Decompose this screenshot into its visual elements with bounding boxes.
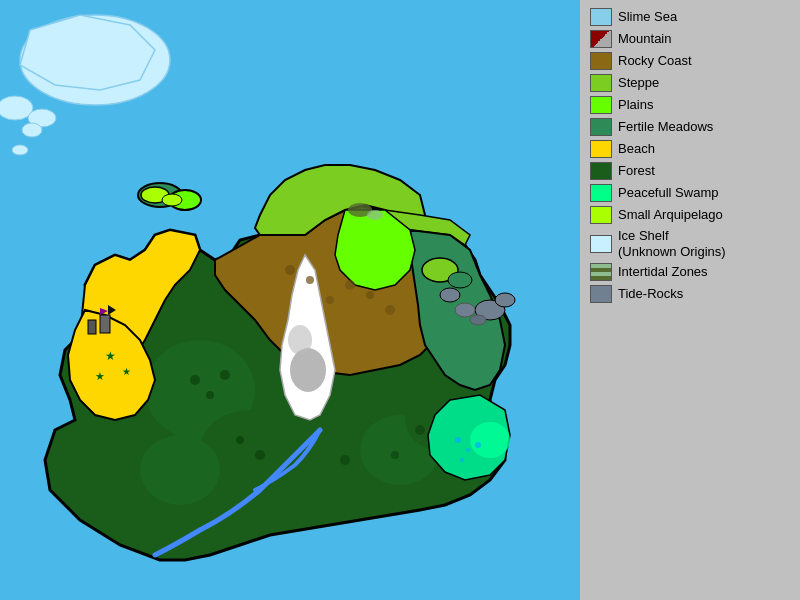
svg-point-46 [345, 280, 355, 290]
legend-label-small-arquipelago: Small Arquipelago [618, 207, 723, 223]
legend-item-mountain: Mountain [590, 30, 790, 48]
svg-point-51 [466, 448, 470, 452]
legend-item-slime-sea: Slime Sea [590, 8, 790, 26]
legend-swatch-steppe [590, 74, 612, 92]
legend-swatch-small-arquipelago [590, 206, 612, 224]
svg-point-40 [255, 450, 265, 460]
legend-item-plains: Plains [590, 96, 790, 114]
svg-point-35 [470, 315, 486, 325]
svg-point-31 [162, 194, 182, 206]
svg-point-47 [366, 291, 374, 299]
svg-text:★: ★ [122, 366, 131, 377]
svg-rect-18 [88, 320, 96, 334]
legend-label-slime-sea: Slime Sea [618, 9, 677, 25]
svg-point-13 [140, 435, 220, 505]
svg-point-52 [475, 442, 481, 448]
svg-point-45 [306, 276, 314, 284]
svg-point-53 [460, 458, 464, 462]
legend-item-rocky-coast: Rocky Coast [590, 52, 790, 70]
svg-text:★: ★ [95, 370, 105, 382]
legend-item-steppe: Steppe [590, 74, 790, 92]
svg-point-9 [290, 348, 326, 392]
svg-point-48 [385, 305, 395, 315]
legend-label-steppe: Steppe [618, 75, 659, 91]
svg-point-5 [22, 123, 42, 137]
legend-item-small-arquipelago: Small Arquipelago [590, 206, 790, 224]
legend-label-fertile-meadows: Fertile Meadows [618, 119, 713, 135]
legend-label-mountain: Mountain [618, 31, 671, 47]
legend-swatch-peacefull-swamp [590, 184, 612, 202]
svg-point-43 [415, 425, 425, 435]
svg-point-49 [326, 296, 334, 304]
legend-label-tide-rocks: Tide-Rocks [618, 286, 683, 302]
legend-item-fertile-meadows: Fertile Meadows [590, 118, 790, 136]
legend-swatch-fertile-meadows [590, 118, 612, 136]
svg-point-26 [448, 272, 472, 288]
svg-point-17 [470, 422, 510, 458]
svg-point-39 [236, 436, 244, 444]
legend-swatch-tide-rocks [590, 285, 612, 303]
legend-label-intertidal-zones: Intertidal Zones [618, 264, 708, 280]
legend-label-beach: Beach [618, 141, 655, 157]
legend-swatch-beach [590, 140, 612, 158]
legend-label-forest: Forest [618, 163, 655, 179]
legend-item-tide-rocks: Tide-Rocks [590, 285, 790, 303]
legend-item-intertidal-zones: Intertidal Zones [590, 263, 790, 281]
legend-item-forest: Forest [590, 162, 790, 180]
svg-point-10 [288, 325, 312, 355]
svg-point-34 [455, 303, 475, 317]
svg-point-6 [12, 145, 28, 155]
svg-point-29 [495, 293, 515, 307]
legend-swatch-slime-sea [590, 8, 612, 26]
svg-point-27 [440, 288, 460, 302]
legend-swatch-mountain [590, 30, 612, 48]
legend-swatch-plains [590, 96, 612, 114]
map-area: ★ ★ ★ [0, 0, 580, 600]
legend-item-beach: Beach [590, 140, 790, 158]
legend-label-ice-shelf: Ice Shelf (Unknown Origins) [618, 228, 726, 259]
svg-point-37 [206, 391, 214, 399]
legend-label-rocky-coast: Rocky Coast [618, 53, 692, 69]
legend-panel: Slime SeaMountainRocky CoastSteppePlains… [580, 0, 800, 600]
legend-swatch-rocky-coast [590, 52, 612, 70]
svg-point-50 [455, 437, 461, 443]
svg-point-44 [285, 265, 295, 275]
legend-swatch-ice-shelf [590, 235, 612, 253]
legend-item-peacefull-swamp: Peacefull Swamp [590, 184, 790, 202]
svg-text:★: ★ [105, 349, 116, 363]
svg-point-42 [391, 451, 399, 459]
ice-shelf-large [20, 15, 170, 105]
svg-rect-19 [100, 315, 110, 333]
svg-point-33 [367, 210, 383, 220]
legend-swatch-intertidal-zones [590, 263, 612, 281]
legend-label-peacefull-swamp: Peacefull Swamp [618, 185, 718, 201]
legend-item-ice-shelf: Ice Shelf (Unknown Origins) [590, 228, 790, 259]
svg-point-41 [340, 455, 350, 465]
legend-swatch-forest [590, 162, 612, 180]
legend-label-plains: Plains [618, 97, 653, 113]
svg-point-38 [220, 370, 230, 380]
svg-point-36 [190, 375, 200, 385]
